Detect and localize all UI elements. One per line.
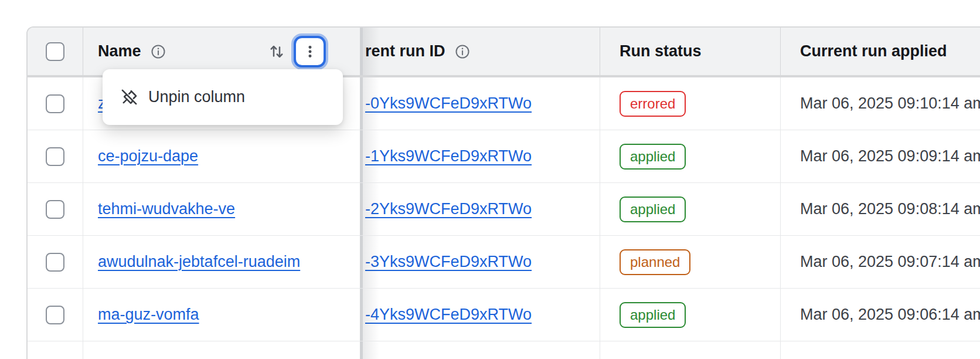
workspace-name-link[interactable]: ma-guz-vomfa	[98, 306, 199, 324]
table-row: tehmi-wudvakhe-ve -2Yks9WCFeD9xRTWo appl…	[28, 183, 980, 236]
run-id-link[interactable]: -3Yks9WCFeD9xRTWo	[365, 253, 532, 271]
header-name-cell: Name	[83, 28, 360, 75]
run-applied-timestamp: Mar 06, 2025 09:06:14 am	[800, 306, 980, 324]
run-applied-timestamp: Mar 06, 2025 09:08:14 am	[800, 200, 980, 218]
table-row	[28, 341, 980, 359]
run-id-link[interactable]: -4Yks9WCFeD9xRTWo	[365, 306, 532, 324]
run-status-badge: applied	[620, 197, 686, 222]
run-id-link[interactable]: -2Yks9WCFeD9xRTWo	[365, 200, 532, 218]
header-select-all-cell	[28, 28, 83, 75]
row-checkbox[interactable]	[46, 147, 64, 166]
header-current-run-id-cell: rent run ID	[363, 28, 600, 75]
workspace-name-link[interactable]: ce-pojzu-dape	[98, 147, 198, 165]
run-applied-timestamp: Mar 06, 2025 09:07:14 am	[800, 253, 980, 271]
header-run-status-cell: Run status	[600, 28, 781, 75]
pin-off-icon	[120, 88, 138, 106]
table-row: awudulnak-jebtafcel-ruadeim -3Yks9WCFeD9…	[28, 236, 980, 289]
row-checkbox[interactable]	[46, 306, 64, 324]
menu-item-label: Unpin column	[148, 88, 245, 106]
select-all-checkbox[interactable]	[46, 42, 64, 61]
menu-item-unpin-column[interactable]: Unpin column	[103, 69, 343, 125]
workspace-name-link[interactable]: awudulnak-jebtafcel-ruadeim	[98, 253, 300, 271]
run-applied-timestamp: Mar 06, 2025 09:09:14 am	[800, 147, 980, 165]
column-menu: Unpin column	[103, 69, 343, 125]
run-status-badge: applied	[620, 302, 686, 328]
run-id-link[interactable]: -1Yks9WCFeD9xRTWo	[365, 147, 532, 165]
run-status-badge: errored	[620, 91, 686, 117]
run-id-link[interactable]: -0Yks9WCFeD9xRTWo	[365, 94, 532, 113]
table-row: ce-pojzu-dape -1Yks9WCFeD9xRTWo applied …	[28, 130, 980, 183]
header-current-run-applied-cell: Current run applied	[781, 28, 980, 75]
current-run-id-column-label: rent run ID	[365, 42, 445, 60]
workspace-name-link[interactable]: tehmi-wudvakhe-ve	[98, 200, 235, 218]
row-checkbox[interactable]	[46, 253, 64, 272]
run-status-badge: applied	[620, 144, 686, 170]
run-applied-timestamp: Mar 06, 2025 09:10:14 am	[800, 94, 980, 113]
info-icon[interactable]	[454, 43, 471, 60]
workspaces-table-region: Name	[26, 26, 980, 359]
current-run-applied-column-label: Current run applied	[800, 42, 947, 60]
row-checkbox[interactable]	[46, 94, 64, 113]
row-checkbox[interactable]	[46, 200, 64, 219]
kebab-menu-icon	[302, 44, 318, 59]
name-column-label: Name	[98, 42, 141, 60]
run-status-badge: planned	[620, 249, 690, 275]
run-status-column-label: Run status	[620, 42, 702, 60]
table-row: ma-guz-vomfa -4Yks9WCFeD9xRTWo applied M…	[28, 289, 980, 341]
sort-icon[interactable]	[268, 43, 285, 60]
column-options-button[interactable]	[296, 38, 324, 65]
info-icon[interactable]	[150, 43, 166, 60]
